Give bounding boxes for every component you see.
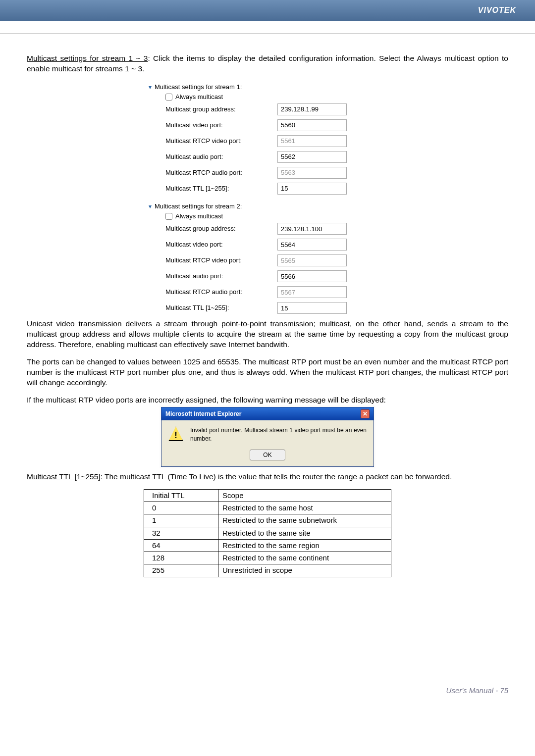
always-multicast-label: Always multicast [175,212,223,221]
dialog-title: Microsoft Internet Explorer [165,410,241,418]
input-video-port-1[interactable] [277,119,347,131]
input-ttl-2[interactable] [277,302,347,314]
input-video-port-2[interactable] [277,239,347,251]
label-ttl: Multicast TTL [1~255]: [149,184,277,193]
label-ttl: Multicast TTL [1~255]: [149,303,277,312]
page-number: User's Manual - 75 [446,686,508,695]
label-rtcp-video: Multicast RTCP video port: [149,137,277,146]
ttl-table: Initial TTL Scope 0Restricted to the sam… [144,489,391,577]
header-band: VIVOTEK [0,0,535,21]
stream1-header[interactable]: ▾ Multicast settings for stream 1: [149,81,386,93]
table-row: Initial TTL Scope [144,489,391,502]
dialog-message: Invalid port number. Multicast stream 1 … [190,426,367,442]
ttl-underline: Multicast TTL [1~255] [27,472,101,481]
close-icon[interactable]: ✕ [361,409,370,418]
ttl-paragraph: Multicast TTL [1~255]: The multicast TTL… [27,472,508,482]
table-row: 64Restricted to the same region [144,539,391,552]
sub-band [0,21,535,34]
chevron-down-icon: ▾ [149,202,152,210]
table-header-scope: Scope [218,489,391,502]
input-ttl-1[interactable] [277,183,347,195]
footer: User's Manual - 75 [0,686,535,705]
label-rtcp-audio: Multicast RTCP audio port: [149,168,277,177]
multicast-panel-stream2: ▾ Multicast settings for stream 2: Alway… [149,201,386,316]
input-group-addr-2[interactable] [277,223,347,235]
table-row: 0Restricted to the same host [144,502,391,514]
input-rtcp-video-2 [277,254,347,266]
content: Multicast settings for stream 1 ~ 3: Cli… [0,53,535,577]
label-rtcp-video: Multicast RTCP video port: [149,256,277,265]
always-multicast-label: Always multicast [175,93,223,101]
multicast-panel-stream1: ▾ Multicast settings for stream 1: Alway… [149,81,386,197]
intro-underline: Multicast settings for stream 1 ~ 3 [27,54,148,62]
input-rtcp-audio-1 [277,167,347,179]
brand-label: VIVOTEK [478,6,516,15]
warning-icon: ! [168,426,183,441]
stream1-title: Multicast settings for stream 1: [155,83,242,92]
ports-paragraph: The ports can be changed to values betwe… [27,357,508,388]
label-video-port: Multicast video port: [149,121,277,130]
unicast-paragraph: Unicast video transmission delivers a st… [27,319,508,350]
always-multicast-checkbox-2[interactable] [165,213,172,220]
dialog-titlebar: Microsoft Internet Explorer ✕ [161,407,374,420]
table-row: 32Restricted to the same site [144,527,391,539]
input-rtcp-audio-2 [277,286,347,298]
table-row: 1Restricted to the same subnetwork [144,514,391,527]
ok-button[interactable]: OK [250,450,285,460]
table-header-ttl: Initial TTL [144,489,218,502]
intro-paragraph: Multicast settings for stream 1 ~ 3: Cli… [27,53,508,74]
stream2-title: Multicast settings for stream 2: [155,202,242,211]
label-audio-port: Multicast audio port: [149,272,277,281]
stream2-header[interactable]: ▾ Multicast settings for stream 2: [149,201,386,212]
table-row: 128Restricted to the same continent [144,552,391,564]
label-group-addr: Multicast group address: [149,105,277,114]
input-rtcp-video-1 [277,135,347,147]
ttl-rest: : The multicast TTL (Time To Live) is th… [101,472,452,481]
chevron-down-icon: ▾ [149,83,152,91]
input-group-addr-1[interactable] [277,103,347,115]
label-video-port: Multicast video port: [149,240,277,249]
warning-dialog: Microsoft Internet Explorer ✕ ! Invalid … [161,407,374,466]
label-rtcp-audio: Multicast RTCP audio port: [149,288,277,297]
label-group-addr: Multicast group address: [149,224,277,233]
table-row: 255Unrestricted in scope [144,564,391,577]
input-audio-port-2[interactable] [277,270,347,282]
always-multicast-checkbox-1[interactable] [165,94,172,101]
input-audio-port-1[interactable] [277,151,347,163]
label-audio-port: Multicast audio port: [149,152,277,161]
warning-paragraph: If the multicast RTP video ports are inc… [27,395,508,405]
